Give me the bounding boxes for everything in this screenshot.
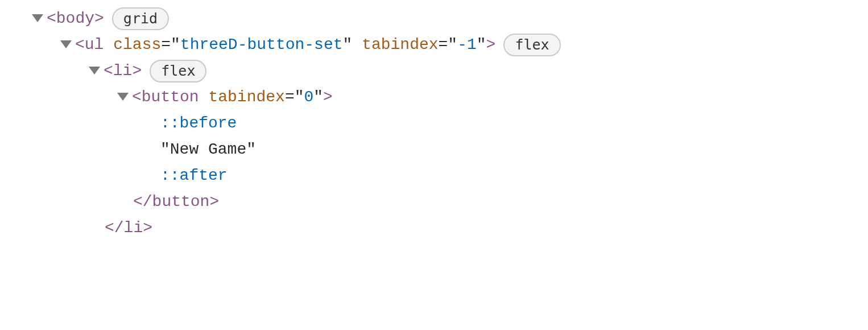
attr-name: class xyxy=(113,36,161,53)
tag-open: <body> xyxy=(47,7,104,31)
attr-value: threeD-button-set xyxy=(180,36,343,53)
dom-tree-row-li-close[interactable]: </li> xyxy=(11,215,857,241)
text-node: "New Game" xyxy=(160,138,256,162)
tag-open: <button tabindex="0"> xyxy=(132,85,333,109)
attr-name: tabindex xyxy=(208,88,284,106)
chevron-down-icon[interactable] xyxy=(60,40,72,48)
dom-tree-row-button[interactable]: <button tabindex="0"> xyxy=(11,84,857,110)
tag-close: </li> xyxy=(105,216,152,240)
attr-name: tabindex xyxy=(362,36,438,53)
tag-name: body xyxy=(56,10,94,27)
tag-close: </button> xyxy=(133,190,219,214)
dom-tree-row-body[interactable]: <body> grid xyxy=(11,6,857,32)
display-badge[interactable]: grid xyxy=(112,7,169,31)
tag-name: li xyxy=(113,62,133,80)
tag-open: <ul class="threeD-button-set" tabindex="… xyxy=(75,33,495,57)
tag-name: button xyxy=(152,193,210,211)
display-badge[interactable]: flex xyxy=(503,34,560,57)
attr-value: 0 xyxy=(304,88,313,106)
tag-name: li xyxy=(124,219,143,237)
display-badge[interactable]: flex xyxy=(150,60,206,83)
dom-tree-row-li[interactable]: <li> flex xyxy=(11,58,857,84)
dom-tree-row-ul[interactable]: <ul class="threeD-button-set" tabindex="… xyxy=(11,32,857,58)
dom-tree-row-text[interactable]: "New Game" xyxy=(11,137,857,163)
dom-tree-row-pseudo-after[interactable]: ::after xyxy=(11,163,857,189)
tag-name: ul xyxy=(85,36,104,53)
tag-open: <li> xyxy=(104,59,142,83)
attr-value: -1 xyxy=(457,36,477,53)
pseudo-element: ::after xyxy=(160,164,228,188)
pseudo-element: ::before xyxy=(160,112,237,135)
dom-tree-row-pseudo-before[interactable]: ::before xyxy=(11,110,857,137)
dom-tree-row-button-close[interactable]: </button> xyxy=(11,189,857,215)
chevron-down-icon[interactable] xyxy=(32,14,43,22)
chevron-down-icon[interactable] xyxy=(89,67,100,75)
tag-name: button xyxy=(142,88,199,106)
chevron-down-icon[interactable] xyxy=(117,93,129,101)
